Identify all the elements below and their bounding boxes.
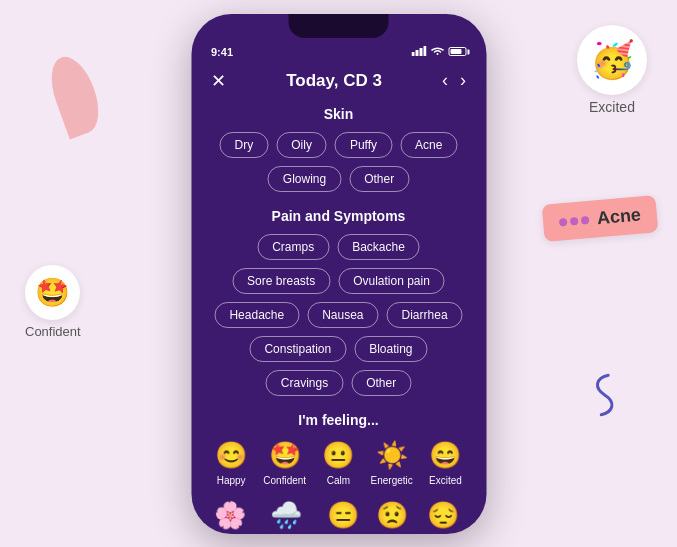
confident-label: Confident: [25, 324, 81, 339]
status-time: 9:41: [211, 46, 233, 58]
status-icons: [411, 46, 466, 58]
page-header: ✕ Today, CD 3 ‹ ›: [191, 62, 486, 106]
squiggle-decoration: [582, 367, 627, 430]
svg-rect-2: [419, 48, 422, 56]
phone-notch: [289, 14, 389, 38]
feather-decoration: [43, 51, 108, 140]
acne-dots: [559, 215, 590, 226]
skin-tag-puffy[interactable]: Puffy: [335, 132, 392, 158]
battery-icon: [448, 47, 466, 56]
skin-tag-other[interactable]: Other: [349, 166, 409, 192]
excited-label: Excited: [577, 99, 647, 115]
pain-tag-ovulation-pain[interactable]: Ovulation pain: [338, 268, 445, 294]
svg-rect-3: [423, 46, 426, 56]
energetic-label: Energetic: [371, 475, 413, 486]
svg-rect-0: [411, 52, 414, 56]
next-day-button[interactable]: ›: [456, 66, 470, 95]
calm-emoji: 😐: [322, 440, 354, 471]
skin-section-title: Skin: [207, 106, 470, 122]
skin-tag-oily[interactable]: Oily: [276, 132, 327, 158]
confident-sticker: 🤩 Confident: [25, 265, 81, 339]
phone-notch-area: [191, 14, 486, 38]
anxious-emoji: 😟: [376, 500, 408, 531]
emotion-energetic[interactable]: ☀️ Energetic: [371, 440, 413, 486]
acne-sticker: Acne: [542, 195, 659, 242]
confident-label: Confident: [263, 475, 306, 486]
pain-tag-sore-breasts[interactable]: Sore breasts: [232, 268, 330, 294]
acne-dot-3: [581, 215, 590, 224]
pain-tag-other[interactable]: Other: [351, 370, 411, 396]
signal-icon: [411, 46, 426, 58]
emotion-mood-swings[interactable]: 🌧️ Mood swings: [260, 500, 313, 534]
positive-emotions-row: 😊 Happy 🤩 Confident 😐 Calm ☀️ Energetic …: [207, 440, 470, 486]
pain-tag-headache[interactable]: Headache: [214, 302, 299, 328]
emotion-confident[interactable]: 🤩 Confident: [263, 440, 306, 486]
emotion-excited[interactable]: 😄 Excited: [429, 440, 462, 486]
phone-frame: 9:41 ✕ T: [191, 14, 486, 534]
pain-tag-cravings[interactable]: Cravings: [266, 370, 343, 396]
excited-emoji: 🥳: [590, 39, 635, 81]
feeling-section: I'm feeling... 😊 Happy 🤩 Confident 😐 Cal…: [207, 412, 470, 534]
acne-dot-1: [559, 217, 568, 226]
prev-day-button[interactable]: ‹: [438, 66, 452, 95]
pms-emoji: 🌸: [214, 500, 246, 531]
happy-emoji: 😊: [215, 440, 247, 471]
emotion-happy[interactable]: 😊 Happy: [215, 440, 247, 486]
emotion-pms[interactable]: 🌸 PMS: [214, 500, 246, 534]
negative-emotions-row: 🌸 PMS 🌧️ Mood swings 😑 Irritable 😟 Anxio…: [207, 500, 470, 534]
excited-label: Excited: [429, 475, 462, 486]
excited-emoji-bubble: 🥳: [577, 25, 647, 95]
pain-tag-constipation[interactable]: Constipation: [249, 336, 346, 362]
emotion-calm[interactable]: 😐 Calm: [322, 440, 354, 486]
acne-sticker-label: Acne: [596, 204, 642, 229]
skin-tag-acne[interactable]: Acne: [400, 132, 457, 158]
skin-section: Skin Dry Oily Puffy Acne Glowing Other: [207, 106, 470, 192]
irritable-emoji: 😑: [327, 500, 359, 531]
feeling-section-title: I'm feeling...: [207, 412, 470, 428]
confident-emoji: 🤩: [269, 440, 301, 471]
pain-section-title: Pain and Symptoms: [207, 208, 470, 224]
page-title: Today, CD 3: [286, 71, 382, 91]
excited-sticker: 🥳 Excited: [577, 25, 647, 115]
close-button[interactable]: ✕: [207, 66, 230, 96]
pain-tag-backache[interactable]: Backache: [337, 234, 420, 260]
pain-tag-nausea[interactable]: Nausea: [307, 302, 378, 328]
confident-emoji-bubble: 🤩: [25, 265, 80, 320]
skin-tag-dry[interactable]: Dry: [220, 132, 269, 158]
pain-tag-bloating[interactable]: Bloating: [354, 336, 427, 362]
emotion-anxious[interactable]: 😟 Anxious: [374, 500, 410, 534]
emotion-stressed[interactable]: 😔 Stressed: [423, 500, 462, 534]
calm-label: Calm: [327, 475, 350, 486]
pain-tag-cramps[interactable]: Cramps: [257, 234, 329, 260]
pain-section: Pain and Symptoms Cramps Backache Sore b…: [207, 208, 470, 396]
pain-tags: Cramps Backache Sore breasts Ovulation p…: [207, 234, 470, 396]
skin-tag-glowing[interactable]: Glowing: [268, 166, 341, 192]
happy-label: Happy: [217, 475, 246, 486]
mood-swings-emoji: 🌧️: [270, 500, 302, 531]
excited-emoji: 😄: [429, 440, 461, 471]
status-bar: 9:41: [191, 38, 486, 62]
nav-arrows: ‹ ›: [438, 66, 470, 95]
skin-tags: Dry Oily Puffy Acne Glowing Other: [207, 132, 470, 192]
confident-emoji: 🤩: [35, 276, 70, 309]
wifi-icon: [430, 46, 444, 58]
pain-tag-diarrhea[interactable]: Diarrhea: [387, 302, 463, 328]
energetic-emoji: ☀️: [376, 440, 408, 471]
emotion-irritable[interactable]: 😑 Irritable: [327, 500, 360, 534]
scroll-content[interactable]: Skin Dry Oily Puffy Acne Glowing Other P…: [191, 106, 486, 534]
svg-rect-1: [415, 50, 418, 56]
acne-dot-2: [570, 216, 579, 225]
stressed-emoji: 😔: [427, 500, 459, 531]
